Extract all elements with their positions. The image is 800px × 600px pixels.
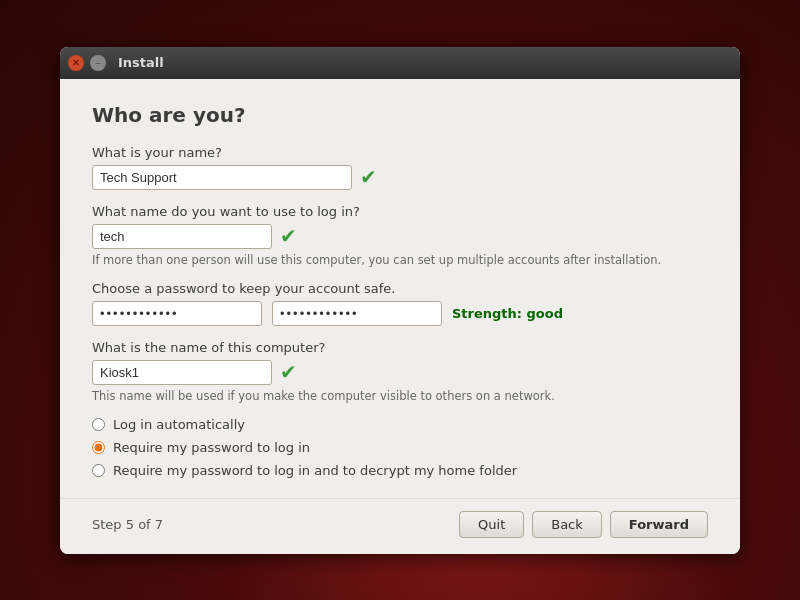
forward-button[interactable]: Forward [610,511,708,538]
name-label: What is your name? [92,145,708,160]
radio-auto-login-input[interactable] [92,418,105,431]
step-indicator: Step 5 of 7 [92,517,163,532]
login-options: Log in automatically Require my password… [92,417,708,478]
minimize-button[interactable]: – [90,55,106,71]
footer: Step 5 of 7 Quit Back Forward [60,498,740,554]
login-hint: If more than one person will use this co… [92,253,708,267]
password-input[interactable] [92,301,262,326]
name-field-row: ✔ [92,165,708,190]
computer-checkmark: ✔ [280,360,297,384]
login-checkmark: ✔ [280,224,297,248]
computer-label: What is the name of this computer? [92,340,708,355]
page-title: Who are you? [92,103,708,127]
radio-encrypt-home-label: Require my password to log in and to dec… [113,463,517,478]
radio-require-password-input[interactable] [92,441,105,454]
computer-field-row: ✔ [92,360,708,385]
radio-auto-login-label: Log in automatically [113,417,245,432]
computer-section: What is the name of this computer? ✔ Thi… [92,340,708,403]
titlebar: ✕ – Install [60,47,740,79]
radio-encrypt-home-input[interactable] [92,464,105,477]
close-button[interactable]: ✕ [68,55,84,71]
name-section: What is your name? ✔ [92,145,708,190]
login-section: What name do you want to use to log in? … [92,204,708,267]
window-title: Install [118,55,164,70]
name-checkmark: ✔ [360,165,377,189]
radio-encrypt-home[interactable]: Require my password to log in and to dec… [92,463,708,478]
password-row: Strength: good [92,301,708,326]
password-strength: Strength: good [452,306,563,321]
login-field-row: ✔ [92,224,708,249]
install-window: ✕ – Install Who are you? What is your na… [60,47,740,554]
radio-auto-login[interactable]: Log in automatically [92,417,708,432]
password-label: Choose a password to keep your account s… [92,281,708,296]
computer-input[interactable] [92,360,272,385]
password-confirm-input[interactable] [272,301,442,326]
computer-hint: This name will be used if you make the c… [92,389,708,403]
footer-buttons: Quit Back Forward [459,511,708,538]
back-button[interactable]: Back [532,511,602,538]
name-input[interactable] [92,165,352,190]
quit-button[interactable]: Quit [459,511,524,538]
login-label: What name do you want to use to log in? [92,204,708,219]
radio-require-password-label: Require my password to log in [113,440,310,455]
login-input[interactable] [92,224,272,249]
password-section: Choose a password to keep your account s… [92,281,708,326]
radio-require-password[interactable]: Require my password to log in [92,440,708,455]
form-content: Who are you? What is your name? ✔ What n… [60,79,740,498]
